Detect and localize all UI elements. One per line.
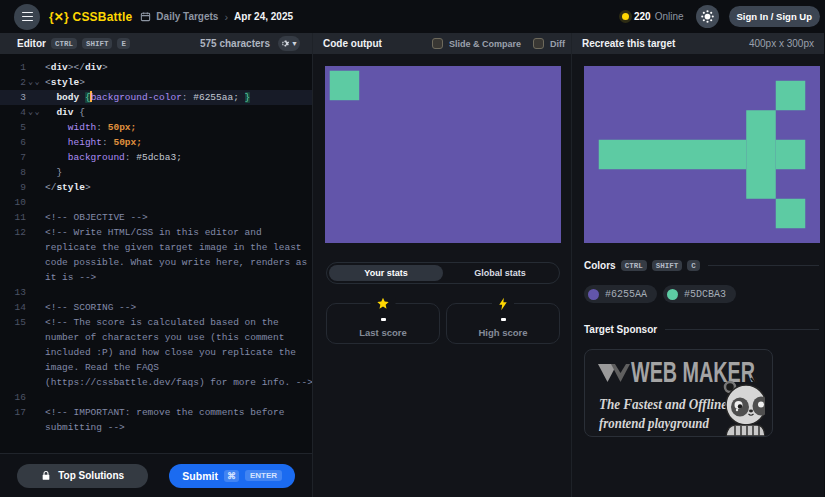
svg-text:frontend playground: frontend playground [599, 416, 710, 431]
svg-text:WEB MAKER: WEB MAKER [631, 356, 755, 388]
svg-text:The Fastest and Offline: The Fastest and Offline [599, 397, 727, 412]
